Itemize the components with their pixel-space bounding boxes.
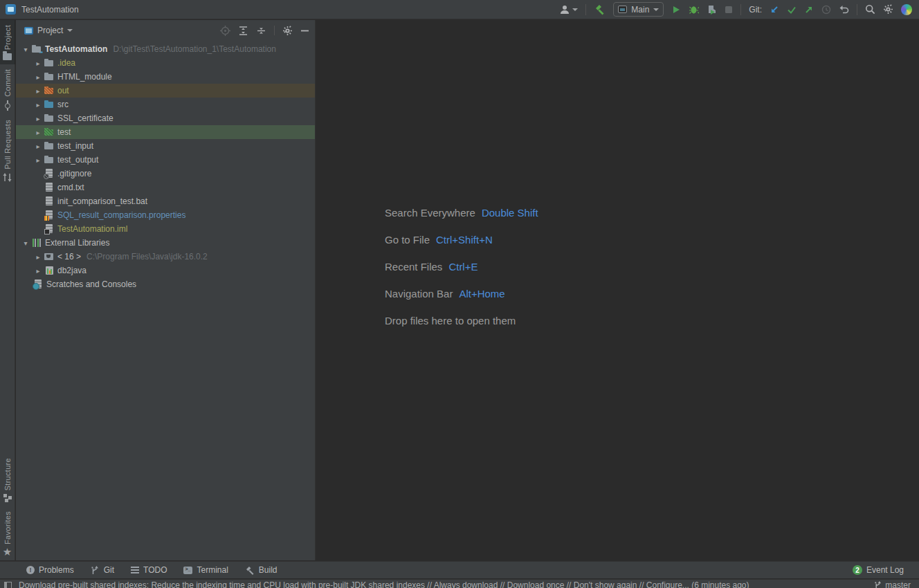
run-button[interactable] [671,5,681,15]
branch-name: master [885,580,911,588]
tool-window-toggle-icon[interactable] [4,582,12,588]
star-icon: ★ [3,548,12,556]
gradient-sphere-icon[interactable] [901,4,912,15]
stripe-label: Pull Requests [3,120,12,169]
chevron-collapsed-icon[interactable]: ▸ [33,253,44,261]
tree-row[interactable]: TestAutomation.iml [16,222,315,236]
bug-icon [689,4,699,15]
tree-row[interactable]: ▸SSL_certificate [16,111,315,125]
tree-row[interactable]: ▸db2java [16,264,315,277]
chevron-collapsed-icon[interactable]: ▸ [33,143,44,150]
structure-icon [3,494,12,502]
event-log-button[interactable]: 2 Event Log [853,565,904,575]
stripe-label: Favorites [3,511,12,544]
push-button[interactable] [804,5,814,15]
panel-title[interactable]: Project [37,26,63,35]
status-message[interactable]: Download pre-built shared indexes: Reduc… [19,580,749,588]
chevron-down-icon[interactable] [67,29,73,32]
user-menu-button[interactable] [560,5,578,15]
sidebar-item-pull-requests[interactable]: Pull Requests [0,115,15,186]
chevron-collapsed-icon[interactable]: ▸ [33,156,44,164]
tree-row[interactable]: ▾TestAutomationD:\gitTest\TestAutomation… [16,42,315,56]
left-tool-stripe: Project Commit Pull Requests Structure F… [0,20,15,560]
jdk-folder-icon [44,251,55,262]
folder-icon [44,154,55,165]
excluded-folder-icon [44,85,55,96]
tool-button-build[interactable]: Build [245,565,277,575]
tree-row[interactable]: ▸test_output [16,153,315,167]
arrow-down-left-icon [770,5,779,15]
commit-node-icon [3,100,11,111]
tool-button-terminal[interactable]: Terminal [183,565,228,575]
hammer-icon [245,565,255,575]
test-folder-icon [44,127,55,138]
tool-button-git[interactable]: Git [91,565,114,575]
chevron-collapsed-icon[interactable]: ▸ [33,101,44,109]
todo-list-icon [131,567,139,573]
rollback-button[interactable] [839,5,849,15]
shortcut-row: Navigation Bar Alt+Home [385,280,538,307]
build-project-button[interactable] [594,3,606,15]
project-tree: ▾TestAutomationD:\gitTest\TestAutomation… [16,41,315,291]
git-branch-widget[interactable]: master [874,580,911,588]
folder-icon [3,53,12,60]
hide-panel-icon[interactable] [300,26,309,35]
ignore-file-icon [44,168,55,179]
tool-button-todo[interactable]: TODO [131,565,167,575]
stripe-label: Structure [3,458,12,490]
tree-row[interactable]: ▸.idea [16,56,315,70]
chevron-collapsed-icon[interactable]: ▸ [33,129,44,136]
tool-button-label: Terminal [197,565,228,575]
git-group-label: Git: [749,5,762,15]
tree-row[interactable]: SQL_result_comparison.properties [16,208,315,222]
tree-row[interactable]: Scratches and Consoles [16,277,315,291]
sidebar-item-commit[interactable]: Commit [0,64,15,115]
tree-item-path: C:\Program Files\Java\jdk-16.0.2 [87,252,208,261]
run-with-coverage-button[interactable] [707,4,717,15]
shortcut-keys: Ctrl+E [448,261,477,273]
tree-row[interactable]: ▾External Libraries [16,236,315,250]
editor-area[interactable]: Search Everywhere Double Shift Go to Fil… [316,20,919,560]
sidebar-item-project[interactable]: Project [0,20,15,64]
tree-row[interactable]: init_comparison_test.bat [16,194,315,208]
run-config-selector[interactable]: Main [613,2,664,17]
debug-button[interactable] [689,4,699,15]
rollback-icon [839,5,849,15]
chevron-collapsed-icon[interactable]: ▸ [33,267,44,275]
tree-row[interactable]: ▸src [16,98,315,111]
commit-button[interactable] [787,5,797,15]
history-button[interactable] [821,5,831,15]
collapse-all-icon[interactable] [256,26,266,36]
chevron-collapsed-icon[interactable]: ▸ [33,87,44,95]
tree-row[interactable]: ▸< 16 >C:\Program Files\Java\jdk-16.0.2 [16,250,315,264]
tree-item-label: init_comparison_test.bat [57,196,147,206]
tree-row[interactable]: .gitignore [16,167,315,181]
user-icon [560,5,571,15]
search-everywhere-button[interactable] [865,4,875,15]
shortcut-label: Navigation Bar [385,288,453,300]
tree-item-label: test_output [57,155,98,165]
tree-row[interactable]: ▸out [16,84,315,98]
stop-button[interactable] [725,6,733,14]
tree-row[interactable]: ▸test_input [16,139,315,153]
chevron-collapsed-icon[interactable]: ▸ [33,73,44,81]
app-logo-icon [6,4,16,15]
chevron-expanded-icon[interactable]: ▾ [20,239,31,247]
tree-row[interactable]: ▸test [16,125,315,139]
chevron-collapsed-icon[interactable]: ▸ [33,115,44,122]
settings-gear-icon[interactable] [282,26,293,36]
tool-button-problems[interactable]: ! Problems [26,565,74,575]
chevron-collapsed-icon[interactable]: ▸ [33,59,44,67]
tree-row[interactable]: cmd.txt [16,181,315,194]
git-branch-icon [874,581,882,588]
settings-button[interactable] [883,4,893,15]
expand-all-icon[interactable] [238,26,248,36]
sidebar-item-favorites[interactable]: Favorites ★ [0,506,15,560]
locate-icon[interactable] [220,26,230,36]
shortcut-keys: Ctrl+Shift+N [436,234,493,246]
tree-row[interactable]: ▸HTML_module [16,70,315,84]
update-project-button[interactable] [770,5,779,15]
sidebar-item-structure[interactable]: Structure [0,453,15,506]
event-log-badge: 2 [853,565,862,575]
chevron-expanded-icon[interactable]: ▾ [20,46,31,53]
